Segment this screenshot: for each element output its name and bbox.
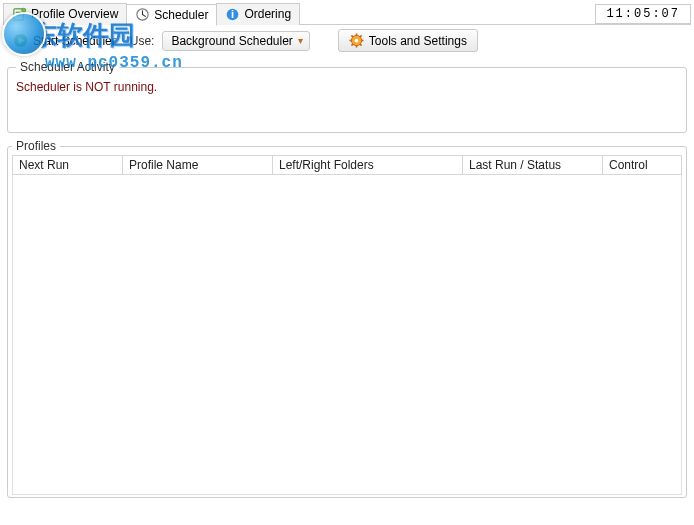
tab-bar: Profile Overview Scheduler i Ordering 11… bbox=[3, 3, 691, 25]
info-icon: i bbox=[225, 7, 240, 22]
svg-rect-2 bbox=[16, 14, 22, 15]
toolbar: Start Scheduler Use: Background Schedule… bbox=[3, 25, 691, 54]
scheduler-activity-group: Scheduler Activity Scheduler is NOT runn… bbox=[7, 60, 687, 133]
col-folders[interactable]: Left/Right Folders bbox=[273, 156, 463, 175]
scheduler-status: Scheduler is NOT running. bbox=[16, 80, 678, 94]
clock-display: 11:05:07 bbox=[595, 4, 691, 24]
svg-rect-1 bbox=[16, 11, 22, 12]
col-control[interactable]: Control bbox=[603, 156, 682, 175]
scheduler-mode-dropdown[interactable]: Background Scheduler ▾ bbox=[162, 31, 309, 51]
start-label: Start Scheduler bbox=[33, 34, 116, 48]
col-next-run[interactable]: Next Run bbox=[13, 156, 123, 175]
activity-empty-space bbox=[16, 94, 678, 126]
svg-line-17 bbox=[351, 44, 353, 46]
tab-label: Ordering bbox=[244, 7, 291, 21]
tab-label: Profile Overview bbox=[31, 7, 118, 21]
tab-scheduler[interactable]: Scheduler bbox=[126, 4, 217, 26]
profiles-table: Next Run Profile Name Left/Right Folders… bbox=[12, 155, 682, 175]
use-label: Use: bbox=[130, 34, 155, 48]
profiles-table-body[interactable] bbox=[12, 175, 682, 495]
tools-settings-button[interactable]: Tools and Settings bbox=[338, 29, 478, 52]
gear-icon bbox=[349, 33, 364, 48]
col-last-run[interactable]: Last Run / Status bbox=[463, 156, 603, 175]
activity-legend: Scheduler Activity bbox=[16, 60, 119, 74]
svg-text:i: i bbox=[231, 8, 234, 20]
svg-line-18 bbox=[360, 35, 362, 37]
start-scheduler-button[interactable]: Start Scheduler bbox=[7, 30, 122, 51]
profiles-group: Profiles Next Run Profile Name Left/Righ… bbox=[7, 139, 687, 498]
dropdown-value: Background Scheduler bbox=[171, 34, 292, 48]
svg-point-3 bbox=[22, 8, 26, 12]
profile-icon bbox=[12, 7, 27, 22]
svg-line-16 bbox=[360, 44, 362, 46]
chevron-down-icon: ▾ bbox=[298, 35, 303, 46]
profiles-legend: Profiles bbox=[12, 139, 60, 153]
tab-profile-overview[interactable]: Profile Overview bbox=[3, 3, 127, 25]
col-profile-name[interactable]: Profile Name bbox=[123, 156, 273, 175]
tab-ordering[interactable]: i Ordering bbox=[216, 3, 300, 25]
clock-icon bbox=[135, 7, 150, 22]
play-icon bbox=[13, 33, 28, 48]
svg-point-10 bbox=[354, 39, 358, 43]
tab-label: Scheduler bbox=[154, 8, 208, 22]
tools-label: Tools and Settings bbox=[369, 34, 467, 48]
svg-line-15 bbox=[351, 35, 353, 37]
